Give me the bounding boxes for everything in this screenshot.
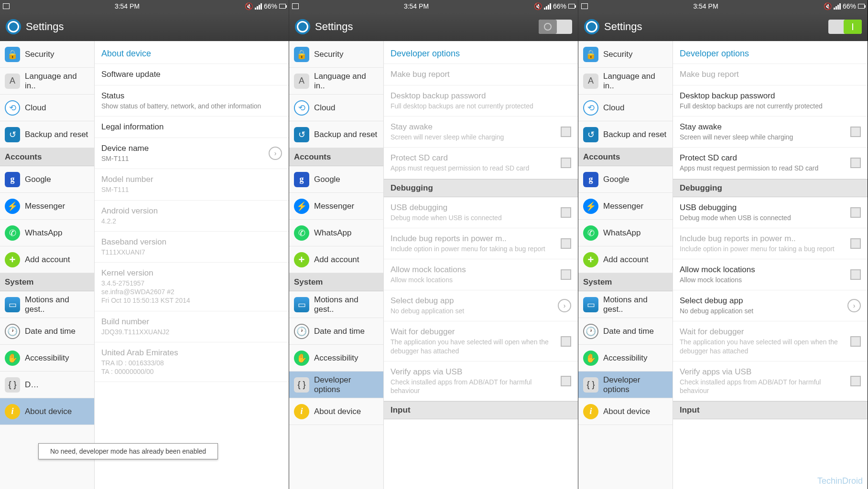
sidebar-header-system: System xyxy=(0,273,94,291)
sidebar-item-datetime[interactable]: 🕐Date and time xyxy=(578,318,673,345)
select-debug-item[interactable]: Select debug appNo debug application set… xyxy=(673,290,868,321)
dev-header: Developer options xyxy=(673,41,868,64)
sidebar-header-system: System xyxy=(578,273,673,291)
sidebar-item-motions[interactable]: ▭Motions and gest.. xyxy=(289,291,383,318)
header-title: Settings xyxy=(604,21,642,33)
accessibility-icon: ✋ xyxy=(583,351,598,366)
dev-icon: { } xyxy=(5,377,20,393)
dev-options-toggle-off[interactable] xyxy=(539,20,572,34)
checkbox[interactable] xyxy=(850,207,861,218)
checkbox[interactable] xyxy=(850,269,861,280)
dev-options-panel-disabled: Developer options Make bug report Deskto… xyxy=(384,41,578,489)
sidebar-item-google[interactable]: gGoogle xyxy=(0,166,94,193)
checkbox[interactable] xyxy=(850,127,861,137)
sidebar-item-whatsapp[interactable]: ✆WhatsApp xyxy=(289,220,383,246)
sidebar-item-messenger[interactable]: ⚡Messenger xyxy=(578,193,673,220)
legal-item[interactable]: Legal information xyxy=(95,117,289,138)
android-version-item[interactable]: Android version4.2.2 xyxy=(95,201,289,232)
motion-icon: ▭ xyxy=(5,297,20,312)
usb-debugging-item[interactable]: USB debuggingDebug mode when USB is conn… xyxy=(673,197,868,228)
sidebar-item-add-account[interactable]: +Add account xyxy=(289,246,383,273)
sidebar-item-language[interactable]: ALanguage and in.. xyxy=(289,68,383,95)
dev-options-panel-enabled: Developer options Make bug report Deskto… xyxy=(673,41,868,489)
sidebar-item-accessibility[interactable]: ✋Accessibility xyxy=(578,345,673,372)
sidebar-item-accessibility[interactable]: ✋Accessibility xyxy=(0,345,94,372)
stay-awake-item[interactable]: Stay awakeScreen will never sleep while … xyxy=(673,117,868,148)
messenger-icon: ⚡ xyxy=(5,199,20,214)
checkbox[interactable] xyxy=(850,158,861,168)
status-time: 3:54 PM xyxy=(115,2,140,10)
wait-debugger-item: Wait for debuggerThe application you hav… xyxy=(673,321,868,361)
sidebar-item-motions[interactable]: ▭Motions and gest.. xyxy=(578,291,673,318)
checkbox xyxy=(561,376,571,386)
sidebar-item-add-account[interactable]: +Add account xyxy=(0,246,94,273)
sidebar-item-google[interactable]: gGoogle xyxy=(578,166,673,193)
sidebar-item-security[interactable]: 🔒Security xyxy=(289,41,383,68)
sidebar-item-cloud[interactable]: ⟲Cloud xyxy=(289,95,383,121)
sidebar-item-dev-options[interactable]: { }Developer options xyxy=(578,372,673,398)
dev-options-toggle-on[interactable] xyxy=(828,20,862,34)
checkbox[interactable] xyxy=(850,376,861,386)
status-item[interactable]: StatusShow status of battery, network, a… xyxy=(95,85,289,117)
dev-header: Developer options xyxy=(384,41,578,64)
backup-icon: ↺ xyxy=(583,127,598,142)
lock-icon: 🔒 xyxy=(5,47,20,62)
about-icon: i xyxy=(5,404,20,419)
bug-report-item[interactable]: Make bug report xyxy=(673,64,868,85)
language-icon: A xyxy=(583,74,598,89)
battery-icon xyxy=(858,4,865,9)
power-bug-item[interactable]: Include bug reports in power m..Include … xyxy=(673,228,868,259)
sidebar-item-language[interactable]: ALanguage and in.. xyxy=(578,68,673,95)
verify-usb-item[interactable]: Verify apps via USBCheck installed apps … xyxy=(673,361,868,401)
sidebar-item-datetime[interactable]: 🕐Date and time xyxy=(0,318,94,345)
lock-icon: 🔒 xyxy=(583,47,598,62)
battery-percent: 66% xyxy=(264,2,277,10)
sidebar-item-cloud[interactable]: ⟲Cloud xyxy=(0,95,94,121)
sidebar-item-motions[interactable]: ▭Motions and gest.. xyxy=(0,291,94,318)
sidebar-item-whatsapp[interactable]: ✆WhatsApp xyxy=(578,220,673,246)
backup-icon: ↺ xyxy=(294,127,309,142)
status-bar: 3:54 PM 🔇66% xyxy=(578,0,868,12)
accessibility-icon: ✋ xyxy=(294,351,309,366)
checkbox[interactable] xyxy=(850,238,861,249)
sidebar-item-messenger[interactable]: ⚡Messenger xyxy=(289,193,383,220)
protect-sd-item[interactable]: Protect SD cardApps must request permiss… xyxy=(673,148,868,179)
build-item[interactable]: Build numberJDQ39.T111XXUANJ2 xyxy=(95,311,289,342)
device-name-item[interactable]: Device nameSM-T111› xyxy=(95,138,289,169)
toast-message: No need, developer mode has already been… xyxy=(38,443,218,459)
sidebar-item-security[interactable]: 🔒Security xyxy=(0,41,94,68)
about-header: About device xyxy=(95,41,289,64)
sidebar-item-dev-options[interactable]: { }D… xyxy=(0,372,94,398)
mock-locations-item: Allow mock locationsAllow mock locations xyxy=(384,259,578,290)
checkbox xyxy=(561,238,571,249)
mock-locations-item[interactable]: Allow mock locationsAllow mock locations xyxy=(673,259,868,290)
sidebar-item-backup[interactable]: ↺Backup and reset xyxy=(578,121,673,148)
sidebar-item-messenger[interactable]: ⚡Messenger xyxy=(0,193,94,220)
clock-icon: 🕐 xyxy=(5,324,20,339)
sidebar-item-about[interactable]: iAbout device xyxy=(289,398,383,425)
sidebar-item-security[interactable]: 🔒Security xyxy=(578,41,673,68)
sidebar-item-accessibility[interactable]: ✋Accessibility xyxy=(289,345,383,372)
sidebar-item-dev-options[interactable]: { }Developer options xyxy=(289,372,383,398)
sidebar-item-about[interactable]: iAbout device xyxy=(0,398,94,425)
software-update-item[interactable]: Software update xyxy=(95,64,289,85)
backup-icon: ↺ xyxy=(5,127,20,142)
sidebar-item-backup[interactable]: ↺Backup and reset xyxy=(289,121,383,148)
add-icon: + xyxy=(5,252,20,267)
sidebar-item-whatsapp[interactable]: ✆WhatsApp xyxy=(0,220,94,246)
settings-gear-icon xyxy=(584,19,599,34)
sidebar-item-language[interactable]: ALanguage and in.. xyxy=(0,68,94,95)
whatsapp-icon: ✆ xyxy=(294,225,309,241)
phone-screen-1: 3:54 PM 🔇 66% Settings 🔒Security ALangua… xyxy=(0,0,289,489)
sidebar-item-add-account[interactable]: +Add account xyxy=(578,246,673,273)
sidebar-item-about[interactable]: iAbout device xyxy=(578,398,673,425)
desktop-backup-item[interactable]: Desktop backup passwordFull desktop back… xyxy=(673,85,868,117)
settings-header: Settings xyxy=(0,12,289,41)
sidebar-item-datetime[interactable]: 🕐Date and time xyxy=(289,318,383,345)
sidebar-item-backup[interactable]: ↺Backup and reset xyxy=(0,121,94,148)
accessibility-icon: ✋ xyxy=(5,351,20,366)
sidebar-item-cloud[interactable]: ⟲Cloud xyxy=(578,95,673,121)
settings-sidebar: 🔒Security ALanguage and in.. ⟲Cloud ↺Bac… xyxy=(578,41,673,489)
sidebar-item-google[interactable]: gGoogle xyxy=(289,166,383,193)
checkbox xyxy=(561,336,571,347)
